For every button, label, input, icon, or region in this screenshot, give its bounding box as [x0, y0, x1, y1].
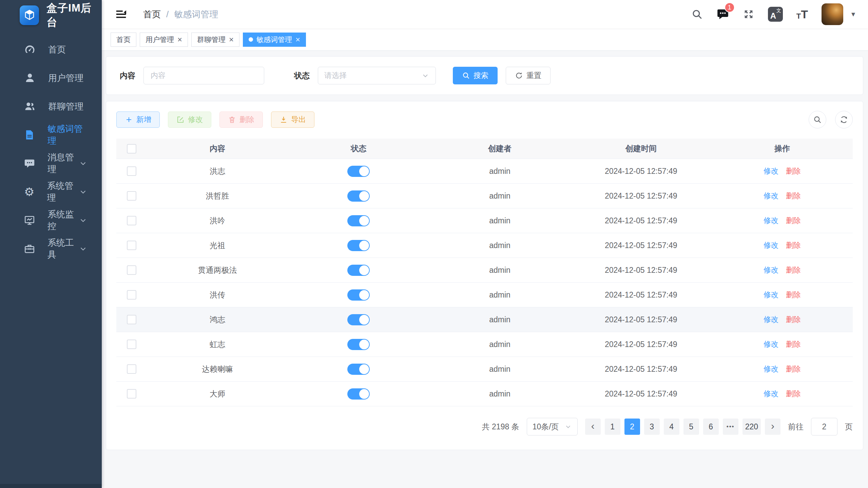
user-menu-caret-icon[interactable]: ▾	[851, 10, 855, 19]
page-button-3[interactable]: 3	[644, 419, 660, 435]
status-toggle[interactable]	[347, 339, 370, 350]
row-checkbox[interactable]	[127, 241, 136, 250]
status-toggle[interactable]	[347, 289, 370, 301]
sidebar-item-sensitive-words[interactable]: 敏感词管理	[0, 121, 102, 149]
cell-created-at: 2024-12-05 12:57:49	[571, 340, 712, 349]
select-all-checkbox[interactable]	[127, 144, 136, 154]
row-delete-link[interactable]: 删除	[786, 216, 801, 226]
row-checkbox[interactable]	[127, 216, 136, 225]
row-checkbox[interactable]	[127, 340, 136, 349]
search-button[interactable]: 搜索	[453, 67, 498, 84]
refresh-icon[interactable]	[835, 111, 853, 128]
status-toggle[interactable]	[347, 388, 370, 400]
row-delete-link[interactable]: 删除	[786, 240, 801, 250]
goto-page-input[interactable]	[811, 418, 837, 435]
tab-label: 敏感词管理	[256, 35, 292, 44]
tab-敏感词管理[interactable]: 敏感词管理×	[243, 33, 306, 47]
row-delete-link[interactable]: 删除	[786, 265, 801, 275]
row-delete-link[interactable]: 删除	[786, 166, 801, 176]
row-edit-link[interactable]: 修改	[764, 290, 778, 300]
close-icon[interactable]: ×	[177, 36, 182, 44]
status-select[interactable]: 请选择	[318, 67, 436, 84]
collapse-sidebar-icon[interactable]	[115, 8, 128, 21]
status-toggle[interactable]	[347, 166, 370, 177]
page-button-5[interactable]: 5	[683, 419, 699, 435]
row-edit-link[interactable]: 修改	[764, 339, 778, 349]
status-toggle[interactable]	[347, 190, 370, 202]
page-button-1[interactable]: 1	[605, 419, 620, 435]
chevron-down-icon	[79, 159, 88, 168]
search-icon[interactable]	[691, 8, 703, 20]
close-icon[interactable]: ×	[295, 36, 300, 44]
sidebar-item-tools[interactable]: 系统工具	[0, 235, 102, 263]
font-size-icon[interactable]: TT	[796, 8, 808, 20]
sidebar-item-label: 用户管理	[48, 72, 83, 84]
reset-button[interactable]: 重置	[506, 67, 551, 84]
more-pages-button[interactable]: •••	[723, 419, 738, 435]
translate-icon[interactable]: A 文	[768, 7, 783, 22]
cell-creator: admin	[429, 167, 570, 176]
row-delete-link[interactable]: 删除	[786, 290, 801, 300]
message-icon[interactable]: 1	[716, 8, 729, 21]
add-button[interactable]: 新增	[116, 111, 160, 128]
status-toggle[interactable]	[347, 314, 370, 325]
status-toggle[interactable]	[347, 240, 370, 251]
row-edit-link[interactable]: 修改	[764, 240, 778, 250]
status-toggle[interactable]	[347, 265, 370, 276]
tab-home[interactable]: 首页	[111, 33, 136, 47]
page-button-4[interactable]: 4	[664, 419, 679, 435]
sidebar-item-home[interactable]: 首页	[0, 35, 102, 64]
avatar[interactable]	[822, 3, 843, 25]
close-icon[interactable]: ×	[229, 36, 234, 44]
app-logo[interactable]: 盒子IM后台	[0, 0, 102, 30]
sidebar-item-users[interactable]: 用户管理	[0, 64, 102, 92]
sidebar-item-label: 首页	[48, 44, 66, 56]
page-button-6[interactable]: 6	[703, 419, 719, 435]
row-edit-link[interactable]: 修改	[764, 265, 778, 275]
page-size-select[interactable]: 10条/页	[527, 418, 578, 435]
tab-群聊管理[interactable]: 群聊管理×	[191, 33, 239, 47]
edit-button[interactable]: 修改	[168, 111, 211, 128]
row-edit-link[interactable]: 修改	[764, 166, 778, 176]
tab-用户管理[interactable]: 用户管理×	[140, 33, 188, 47]
sidebar-item-monitor[interactable]: 系统监控	[0, 206, 102, 235]
page-button-2[interactable]: 2	[624, 419, 640, 435]
cell-created-at: 2024-12-05 12:57:49	[571, 216, 712, 225]
show-search-icon[interactable]	[809, 111, 826, 128]
row-checkbox[interactable]	[127, 265, 136, 275]
row-edit-link[interactable]: 修改	[764, 314, 778, 325]
status-toggle[interactable]	[347, 364, 370, 375]
next-page-button[interactable]: ›	[765, 419, 780, 435]
row-delete-link[interactable]: 删除	[786, 191, 801, 201]
row-checkbox[interactable]	[127, 364, 136, 374]
delete-button[interactable]: 删除	[219, 111, 263, 128]
row-edit-link[interactable]: 修改	[764, 191, 778, 201]
fullscreen-icon[interactable]	[743, 8, 754, 20]
row-checkbox[interactable]	[127, 290, 136, 300]
row-checkbox[interactable]	[127, 315, 136, 324]
column-header: 操作	[712, 143, 853, 154]
row-checkbox[interactable]	[127, 191, 136, 201]
sidebar-item-system[interactable]: ⚙系统管理	[0, 178, 102, 206]
row-edit-link[interactable]: 修改	[764, 389, 778, 399]
row-edit-link[interactable]: 修改	[764, 364, 778, 374]
sidebar-item-messages[interactable]: 消息管理	[0, 149, 102, 178]
chevron-down-icon	[564, 423, 572, 430]
prev-page-button[interactable]: ‹	[585, 419, 601, 435]
cell-content: 洪传	[147, 290, 288, 300]
table-tools	[809, 111, 853, 128]
row-delete-link[interactable]: 删除	[786, 389, 801, 399]
export-button[interactable]: 导出	[271, 111, 314, 128]
breadcrumb-home[interactable]: 首页	[143, 8, 161, 20]
sidebar-item-groups[interactable]: 群聊管理	[0, 92, 102, 121]
row-checkbox[interactable]	[127, 389, 136, 399]
page-button-220[interactable]: 220	[742, 419, 761, 435]
font-size-small-t: T	[796, 13, 801, 20]
row-delete-link[interactable]: 删除	[786, 314, 801, 325]
row-edit-link[interactable]: 修改	[764, 216, 778, 226]
content-input[interactable]	[143, 67, 264, 84]
row-delete-link[interactable]: 删除	[786, 339, 801, 349]
row-delete-link[interactable]: 删除	[786, 364, 801, 374]
status-toggle[interactable]	[347, 215, 370, 226]
row-checkbox[interactable]	[127, 166, 136, 176]
